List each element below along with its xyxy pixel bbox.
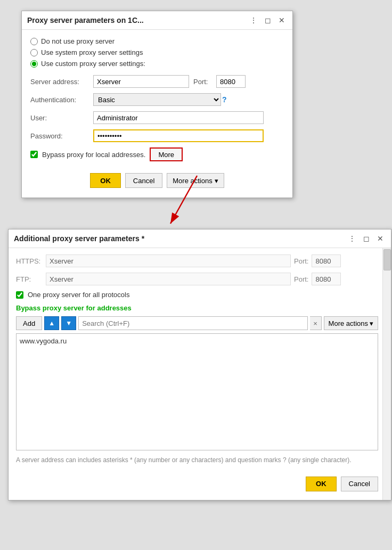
address-entry: www.vygoda.ru: [20, 337, 67, 345]
bypass-checkbox[interactable]: [30, 151, 38, 158]
proxy-radio-group: Do not use proxy server Use system proxy…: [30, 37, 284, 68]
user-row: User:: [30, 111, 284, 124]
radio-custom-proxy-label: Use custom proxy server settings:: [41, 60, 145, 68]
https-port-label: Port:: [294, 257, 308, 265]
dialog2-restore-btn[interactable]: ◻: [361, 234, 372, 243]
port-label: Port:: [193, 78, 212, 86]
dialog2-cancel-btn[interactable]: Cancel: [341, 477, 378, 491]
dialog2-menu-btn[interactable]: ⋮: [346, 234, 358, 243]
password-row: Password:: [30, 129, 284, 142]
move-up-btn[interactable]: ▲: [44, 316, 59, 330]
dialog2-close-btn[interactable]: ✕: [375, 234, 386, 243]
more-actions-label: More actions: [329, 319, 368, 327]
more-button[interactable]: More: [150, 147, 183, 161]
https-row: HTTPS: Port:: [16, 255, 378, 267]
dialog1-titlebar: Proxy server parameters on 1C... ⋮ ◻ ✕: [22, 11, 292, 30]
dialog1-btn-bar: OK Cancel More actions ▾: [30, 169, 284, 190]
add-btn[interactable]: Add: [16, 316, 42, 330]
address-list[interactable]: www.vygoda.ru: [16, 333, 378, 450]
dialog1-more-actions-chevron: ▾: [215, 177, 218, 185]
more-actions-chevron: ▾: [370, 319, 373, 327]
https-port-input[interactable]: [312, 255, 341, 267]
dialog1-close-btn[interactable]: ✕: [276, 15, 287, 25]
dialog2-ok-btn[interactable]: OK: [306, 477, 337, 491]
hint-text: A server address can includes asterisks …: [16, 456, 378, 465]
auth-dropdown-container: Basic ?: [93, 93, 227, 106]
dialog2-controls: ⋮ ◻ ✕: [346, 234, 386, 243]
radio-system-proxy[interactable]: Use system proxy server settings: [30, 48, 284, 56]
user-input[interactable]: [93, 111, 264, 124]
password-input[interactable]: [93, 129, 264, 142]
https-input[interactable]: [46, 255, 291, 267]
https-label: HTTPS:: [16, 257, 43, 265]
bypass-label: Bypass proxy for local addresses.: [42, 151, 145, 159]
search-input[interactable]: [78, 316, 307, 330]
ftp-row: FTP: Port:: [16, 273, 378, 285]
scroll-thumb[interactable]: [383, 249, 391, 270]
dialog2-scrollbar[interactable]: [382, 248, 391, 500]
list-toolbar: Add ▲ ▼ × More actions ▾: [16, 316, 378, 330]
dialog1-body: Do not use proxy server Use system proxy…: [22, 30, 292, 198]
dialog1-more-actions-label: More actions: [173, 177, 212, 185]
dialog2-inner: HTTPS: Port: FTP: Port: One proxy server…: [9, 248, 391, 500]
bypass-row: Bypass proxy for local addresses. More: [30, 147, 284, 161]
ftp-port-input[interactable]: [312, 273, 341, 285]
radio-no-proxy-label: Do not use proxy server: [41, 37, 115, 45]
auth-select[interactable]: Basic: [93, 93, 221, 106]
auth-label: Authentication:: [30, 96, 89, 104]
radio-system-proxy-label: Use system proxy server settings: [41, 48, 143, 56]
radio-no-proxy[interactable]: Do not use proxy server: [30, 37, 284, 45]
radio-custom-proxy-input[interactable]: [30, 60, 38, 68]
move-down-btn[interactable]: ▼: [61, 316, 76, 330]
radio-custom-proxy[interactable]: Use custom proxy server settings:: [30, 60, 284, 68]
auth-row: Authentication: Basic ?: [30, 93, 284, 106]
radio-no-proxy-input[interactable]: [30, 38, 38, 45]
one-proxy-checkbox[interactable]: [16, 291, 23, 299]
auth-help-icon[interactable]: ?: [222, 95, 227, 104]
server-address-row: Server address: Port:: [30, 75, 284, 88]
bypass-section-title: Bypass proxy server for addresses: [16, 304, 378, 312]
radio-system-proxy-input[interactable]: [30, 49, 38, 56]
dialog2-titlebar: Additional proxy server parameters * ⋮ ◻…: [9, 229, 391, 248]
dialog1-ok-btn[interactable]: OK: [90, 173, 121, 188]
dialog-proxy-server: Proxy server parameters on 1C... ⋮ ◻ ✕ D…: [21, 11, 293, 198]
user-label: User:: [30, 114, 89, 122]
ftp-port-label: Port:: [294, 275, 308, 283]
dialog2-body: HTTPS: Port: FTP: Port: One proxy server…: [9, 248, 391, 500]
dialog1-menu-btn[interactable]: ⋮: [248, 15, 259, 25]
dialog1-cancel-btn[interactable]: Cancel: [125, 173, 162, 188]
server-address-label: Server address:: [30, 78, 89, 86]
dialog1-more-actions-btn[interactable]: More actions ▾: [167, 173, 224, 188]
dialog-additional-proxy: Additional proxy server parameters * ⋮ ◻…: [8, 229, 391, 500]
search-clear-btn[interactable]: ×: [310, 316, 322, 330]
port-input[interactable]: [216, 75, 246, 88]
dialog1-restore-btn[interactable]: ◻: [263, 15, 273, 25]
dialog2-btn-bar: OK Cancel: [16, 472, 378, 494]
ftp-label: FTP:: [16, 275, 43, 283]
one-proxy-row: One proxy server for all protocols: [16, 291, 378, 299]
dialog1-controls: ⋮ ◻ ✕: [248, 15, 287, 25]
dialog1-title: Proxy server parameters on 1C...: [27, 16, 248, 24]
more-actions-btn[interactable]: More actions ▾: [324, 316, 378, 330]
server-address-input[interactable]: [93, 75, 189, 88]
ftp-input[interactable]: [46, 273, 291, 285]
one-proxy-label: One proxy server for all protocols: [28, 291, 129, 299]
password-label: Password:: [30, 132, 89, 140]
dialog2-title: Additional proxy server parameters *: [14, 234, 346, 243]
